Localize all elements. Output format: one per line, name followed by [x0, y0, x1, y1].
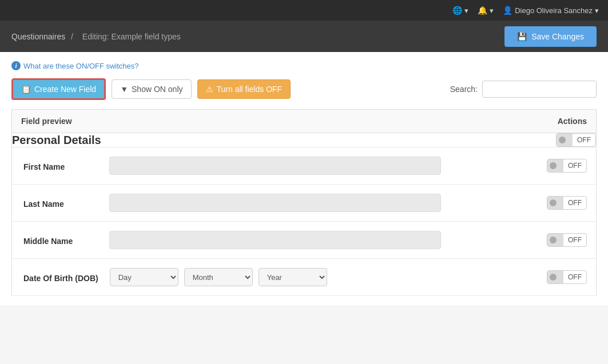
dob-selects: Day Month Year: [110, 268, 526, 286]
user-arrow: ▾: [595, 6, 599, 15]
field-content: Last Name: [23, 194, 526, 212]
table-row: Personal Details OFF: [12, 133, 597, 147]
field-toggle[interactable]: OFF: [547, 270, 587, 284]
field-actions-cell: OFF: [538, 147, 597, 185]
toggle-track: [547, 234, 563, 246]
header-bar: Questionnaires / Editing: Example field …: [0, 21, 608, 52]
toggle-label: OFF: [563, 235, 586, 245]
table-header-row: Field preview Actions: [12, 110, 597, 133]
toggle-label: OFF: [563, 198, 586, 208]
show-on-only-button[interactable]: ▼ Show ON only: [112, 79, 191, 99]
bell-icon: 🔔: [478, 6, 487, 15]
text-input-preview: [109, 157, 441, 175]
info-link-text[interactable]: What are these ON/OFF switches?: [23, 62, 139, 70]
field-toggle[interactable]: OFF: [547, 159, 587, 173]
nav-globe[interactable]: 🌐 ▾: [452, 6, 468, 15]
field-actions-cell: OFF: [538, 259, 597, 296]
field-preview-cell: Last Name: [12, 185, 538, 222]
section-toggle[interactable]: OFF: [556, 133, 596, 147]
field-input-area: Day Month Year: [110, 268, 526, 286]
breadcrumb: Questionnaires / Editing: Example field …: [11, 32, 184, 41]
nav-bell[interactable]: 🔔 ▾: [478, 6, 494, 15]
toggle-knob: [550, 237, 557, 243]
user-icon: 👤: [503, 6, 512, 15]
field-preview-cell: Middle Name: [12, 222, 538, 259]
text-input-preview: [109, 231, 441, 249]
field-content: Date Of Birth (DOB) Day Month Yea: [23, 268, 526, 286]
text-input-preview: [109, 194, 441, 212]
section-actions-cell: OFF: [538, 133, 597, 147]
save-label: Save Changes: [531, 32, 584, 41]
nav-user[interactable]: 👤 Diego Oliveira Sanchez ▾: [503, 6, 599, 15]
toggle-track: [547, 197, 563, 209]
field-toggle[interactable]: OFF: [547, 233, 587, 247]
field-actions-cell: OFF: [538, 185, 597, 222]
toggle-track: [547, 271, 563, 283]
field-input-area: [109, 194, 526, 212]
save-icon: 💾: [517, 32, 527, 41]
create-new-field-button[interactable]: 📋 Create New Field: [11, 78, 106, 100]
create-new-field-icon: 📋: [21, 85, 31, 94]
table-row: First Name OFF: [12, 147, 597, 185]
table-row: Middle Name OFF: [12, 222, 597, 259]
warning-icon: ⚠: [206, 85, 213, 94]
globe-icon: 🌐: [452, 6, 462, 15]
toggle-knob: [550, 199, 557, 206]
top-nav: 🌐 ▾ 🔔 ▾ 👤 Diego Oliveira Sanchez ▾: [0, 0, 608, 21]
filter-icon: ▼: [120, 85, 128, 94]
user-name: Diego Oliveira Sanchez: [515, 6, 593, 15]
save-button[interactable]: 💾 Save Changes: [504, 26, 597, 47]
table-header: Field preview Actions: [12, 110, 597, 133]
field-label: Date Of Birth (DOB): [23, 271, 98, 283]
info-link: i What are these ON/OFF switches?: [11, 61, 597, 70]
turn-all-off-button[interactable]: ⚠ Turn all fields OFF: [197, 79, 291, 99]
dob-month-select[interactable]: Month: [184, 268, 253, 286]
toggle-knob: [559, 137, 566, 143]
dob-year-select[interactable]: Year: [259, 268, 327, 286]
field-preview-cell: First Name: [12, 147, 538, 185]
dob-day-select[interactable]: Day: [110, 268, 178, 286]
main-content: i What are these ON/OFF switches? 📋 Crea…: [0, 52, 608, 305]
turn-all-off-label: Turn all fields OFF: [217, 85, 283, 94]
section-title-cell: Personal Details: [12, 133, 538, 147]
info-icon: i: [11, 61, 21, 70]
field-label: Last Name: [23, 197, 98, 209]
field-label: Middle Name: [23, 234, 98, 246]
field-preview-header: Field preview: [12, 110, 538, 133]
field-content: Middle Name: [23, 231, 526, 249]
breadcrumb-parent[interactable]: Questionnaires: [11, 32, 65, 41]
globe-arrow: ▾: [464, 6, 468, 15]
breadcrumb-separator: /: [71, 32, 73, 41]
toolbar: 📋 Create New Field ▼ Show ON only ⚠ Turn…: [11, 78, 597, 100]
search-area: Search:: [450, 81, 597, 98]
field-label: First Name: [23, 160, 98, 171]
toggle-knob: [550, 162, 557, 169]
toggle-label: OFF: [563, 161, 586, 171]
show-on-only-label: Show ON only: [132, 85, 182, 94]
toggle-knob: [550, 274, 557, 281]
field-input-area: [109, 157, 526, 175]
table-row: Date Of Birth (DOB) Day Month Yea: [12, 259, 597, 296]
fields-table: Field preview Actions Personal Details O…: [11, 109, 597, 296]
field-preview-cell: Date Of Birth (DOB) Day Month Yea: [12, 259, 538, 296]
section-title: Personal Details: [12, 134, 101, 146]
search-input[interactable]: [482, 81, 597, 98]
field-toggle[interactable]: OFF: [547, 196, 587, 210]
field-actions-cell: OFF: [538, 222, 597, 259]
field-content: First Name: [23, 157, 526, 175]
toggle-track: [547, 159, 563, 172]
toggle-label: OFF: [573, 135, 595, 145]
field-input-area: [109, 231, 526, 249]
bell-arrow: ▾: [490, 6, 494, 15]
table-row: Last Name OFF: [12, 185, 597, 222]
search-label: Search:: [450, 85, 478, 94]
table-body: Personal Details OFF First Name: [12, 133, 597, 296]
actions-header: Actions: [538, 110, 597, 133]
create-new-field-label: Create New Field: [34, 85, 96, 94]
toggle-label: OFF: [563, 272, 586, 282]
toggle-track: [557, 134, 573, 146]
breadcrumb-current: Editing: Example field types: [82, 32, 181, 41]
